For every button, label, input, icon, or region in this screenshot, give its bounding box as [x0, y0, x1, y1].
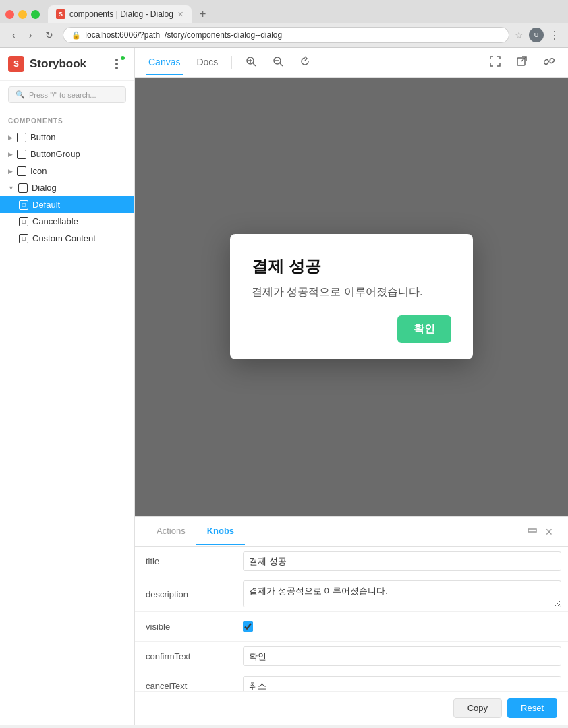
search-input-display[interactable]: 🔍 Press "/" to search...: [8, 86, 126, 103]
sidebar-item-buttongroup[interactable]: ▶ ButtonGroup: [0, 146, 134, 162]
zoom-reset-button[interactable]: [297, 53, 313, 72]
address-bar: ‹ › ↻ 🔒 localhost:6006/?path=/story/comp…: [0, 23, 568, 47]
bottom-panel: Actions Knobs ✕ title: [135, 516, 568, 725]
sidebar-item-button[interactable]: ▶ Button: [0, 129, 134, 146]
tab-bar: S components | Dialog - Dialog ✕ +: [0, 0, 568, 23]
knob-row-canceltext: cancelText: [135, 671, 568, 691]
tab-favicon: S: [56, 9, 65, 19]
knob-value-canceltext[interactable]: [236, 671, 568, 691]
chevron-right-icon: ▶: [8, 168, 13, 175]
copy-button[interactable]: Copy: [453, 698, 502, 718]
dialog-component: 결제 성공 결제가 성공적으로 이루어졌습니다. 확인: [230, 234, 473, 359]
maximize-button[interactable]: [31, 10, 40, 19]
chevron-down-icon: ▼: [8, 185, 14, 191]
knob-label-title: title: [135, 547, 236, 576]
url-text: localhost:6006/?path=/story/components-d…: [85, 30, 501, 40]
knob-input-title[interactable]: [243, 551, 561, 571]
zoom-out-button[interactable]: [270, 53, 286, 72]
user-avatar: U: [529, 28, 544, 42]
panel-tabs: Actions Knobs ✕: [135, 517, 568, 547]
knob-label-canceltext: cancelText: [135, 671, 236, 691]
panel-tab-knobs[interactable]: Knobs: [196, 518, 245, 545]
sidebar-item-label: Icon: [30, 166, 47, 176]
sidebar: S Storybook 🔍 Press "/" to search... COM…: [0, 48, 135, 725]
reset-button[interactable]: Reset: [507, 698, 557, 718]
sidebar-header: S Storybook: [0, 48, 134, 81]
story-icon: ◻: [19, 200, 28, 210]
main-layout: S Storybook 🔍 Press "/" to search... COM…: [0, 48, 568, 725]
knob-row-title: title: [135, 547, 568, 576]
forward-button[interactable]: ›: [25, 28, 36, 42]
status-dot: [119, 55, 126, 61]
search-icon: 🔍: [16, 90, 25, 99]
sidebar-logo: S Storybook: [8, 56, 86, 72]
dialog-title: 결제 성공: [252, 255, 451, 277]
knobs-content: title description 결제가 성공적으로 이루어졌습니다.: [135, 547, 568, 691]
knob-input-confirmtext[interactable]: [243, 646, 561, 666]
sidebar-item-custom-content[interactable]: ◻ Custom Content: [0, 230, 134, 247]
svg-line-8: [521, 57, 526, 61]
knob-label-description: description: [135, 576, 236, 611]
tab-canvas[interactable]: Canvas: [146, 50, 183, 75]
search-box[interactable]: 🔍 Press "/" to search...: [0, 81, 134, 109]
knob-value-confirmtext[interactable]: [236, 642, 568, 671]
knob-row-description: description 결제가 성공적으로 이루어졌습니다.: [135, 576, 568, 612]
svg-rect-9: [528, 529, 536, 532]
sidebar-item-default[interactable]: ◻ Default: [0, 196, 134, 213]
reload-button[interactable]: ↻: [41, 28, 57, 42]
dialog-description: 결제가 성공적으로 이루어졌습니다.: [252, 285, 451, 299]
panel-resize-button[interactable]: [523, 523, 541, 540]
bottom-actions: Copy Reset: [135, 691, 568, 725]
component-icon: [17, 133, 26, 142]
sidebar-item-label: Cancellable: [32, 216, 78, 226]
storybook-logo-text: Storybook: [30, 57, 86, 71]
tab-close-button[interactable]: ✕: [177, 10, 183, 19]
bookmark-button[interactable]: ☆: [515, 30, 523, 40]
knob-value-visible[interactable]: [236, 612, 568, 641]
open-new-window-button[interactable]: [514, 53, 530, 72]
back-button[interactable]: ‹: [8, 28, 20, 42]
panel-tab-actions[interactable]: Actions: [146, 518, 196, 545]
sidebar-item-label: Default: [32, 200, 60, 210]
sidebar-item-label: Custom Content: [32, 233, 96, 243]
knob-input-visible[interactable]: [243, 621, 253, 632]
svg-line-5: [280, 63, 283, 66]
minimize-button[interactable]: [18, 10, 27, 19]
component-icon: [18, 183, 28, 193]
knob-input-description[interactable]: 결제가 성공적으로 이루어졌습니다.: [243, 580, 561, 607]
panel-close-button[interactable]: ✕: [541, 524, 557, 540]
chevron-right-icon: ▶: [8, 151, 13, 158]
sidebar-item-cancellable[interactable]: ◻ Cancellable: [0, 213, 134, 230]
copy-link-button[interactable]: [541, 53, 557, 72]
sidebar-item-icon[interactable]: ▶ Icon: [0, 162, 134, 179]
canvas-area: 결제 성공 결제가 성공적으로 이루어졌습니다. 확인: [135, 78, 568, 516]
story-icon: ◻: [19, 234, 28, 243]
lock-icon: 🔒: [72, 31, 81, 40]
dialog-confirm-button[interactable]: 확인: [397, 315, 451, 343]
sidebar-more-button[interactable]: [107, 55, 126, 73]
components-section-label: COMPONENTS: [0, 109, 134, 129]
toolbar-divider: [231, 56, 232, 69]
knob-value-description[interactable]: 결제가 성공적으로 이루어졌습니다.: [236, 576, 568, 611]
close-button[interactable]: [5, 10, 14, 19]
toolbar: Canvas Docs: [135, 48, 568, 78]
zoom-in-button[interactable]: [243, 53, 259, 72]
fullscreen-button[interactable]: [487, 53, 503, 72]
tab-docs[interactable]: Docs: [194, 50, 221, 75]
sidebar-item-label: Button: [30, 132, 56, 142]
knob-value-title[interactable]: [236, 547, 568, 576]
knob-input-canceltext[interactable]: [243, 676, 561, 691]
sidebar-item-dialog[interactable]: ▼ Dialog: [0, 179, 134, 196]
browser-menu-button[interactable]: ⋮: [549, 29, 560, 42]
new-tab-button[interactable]: +: [194, 5, 211, 23]
knob-row-visible: visible: [135, 612, 568, 642]
url-box[interactable]: 🔒 localhost:6006/?path=/story/components…: [63, 27, 509, 43]
browser-tab[interactable]: S components | Dialog - Dialog ✕: [48, 5, 192, 23]
component-icon: [17, 166, 26, 176]
browser-chrome: S components | Dialog - Dialog ✕ + ‹ › ↻…: [0, 0, 568, 48]
sidebar-item-label: Dialog: [32, 183, 57, 193]
tab-title: components | Dialog - Dialog: [69, 9, 173, 19]
content-area: Canvas Docs: [135, 48, 568, 725]
storybook-logo-icon: S: [8, 56, 24, 72]
dialog-actions: 확인: [252, 315, 451, 343]
